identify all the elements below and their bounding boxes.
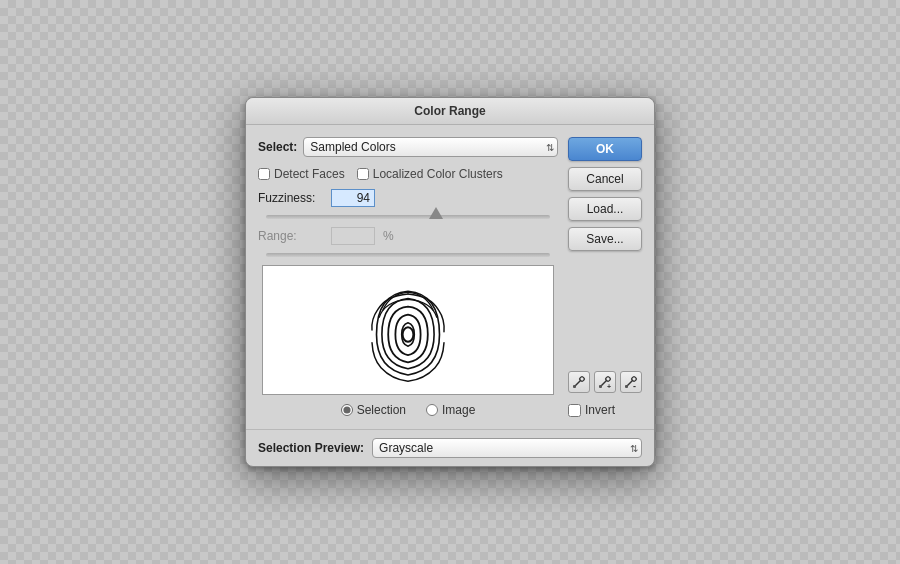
svg-point-0 [403, 327, 414, 341]
select-dropdown[interactable]: Sampled Colors Reds Yellows Greens Cyans… [303, 137, 558, 157]
select-wrapper: Sampled Colors Reds Yellows Greens Cyans… [303, 137, 558, 157]
fuzziness-input[interactable] [331, 189, 375, 207]
bottom-bar: Selection Preview: None Grayscale Black … [246, 429, 654, 466]
preview-area [262, 265, 554, 395]
select-row: Select: Sampled Colors Reds Yellows Gree… [258, 137, 558, 157]
range-label: Range: [258, 229, 323, 243]
save-button[interactable]: Save... [568, 227, 642, 251]
localized-label: Localized Color Clusters [373, 167, 503, 181]
fingerprint-image [363, 275, 453, 385]
eyedropper-subtract-icon: - [624, 375, 638, 389]
svg-rect-6 [599, 385, 602, 388]
radio-image-label: Image [442, 403, 475, 417]
invert-row: Invert [568, 403, 642, 417]
radio-selection-item: Selection [341, 403, 406, 417]
fuzziness-slider-track [266, 215, 550, 219]
svg-rect-10 [625, 385, 628, 388]
svg-line-1 [575, 380, 581, 386]
range-row: Range: % [258, 227, 558, 245]
detect-faces-label: Detect Faces [274, 167, 345, 181]
detect-faces-checkbox[interactable] [258, 168, 270, 180]
range-slider-container [258, 253, 558, 257]
fuzziness-slider-container [258, 215, 558, 219]
radio-selection[interactable] [341, 404, 353, 416]
select-label: Select: [258, 140, 297, 154]
cancel-button[interactable]: Cancel [568, 167, 642, 191]
preview-select-wrapper: None Grayscale Black Matte White Matte Q… [372, 438, 642, 458]
svg-text:-: - [633, 381, 636, 389]
eyedropper-button[interactable] [568, 371, 590, 393]
invert-checkbox[interactable] [568, 404, 581, 417]
range-slider-track [266, 253, 550, 257]
eyedropper-add-button[interactable]: + [594, 371, 616, 393]
radio-row: Selection Image [258, 403, 558, 417]
eyedropper-row: + - [568, 371, 642, 393]
localized-item: Localized Color Clusters [357, 167, 503, 181]
fuzziness-row: Fuzziness: [258, 189, 558, 207]
invert-label: Invert [585, 403, 615, 417]
localized-checkbox[interactable] [357, 168, 369, 180]
eyedropper-add-icon: + [598, 375, 612, 389]
svg-text:+: + [607, 383, 611, 389]
dialog-body: Select: Sampled Colors Reds Yellows Gree… [246, 125, 654, 429]
svg-rect-3 [573, 385, 576, 388]
dialog-title: Color Range [246, 98, 654, 125]
ok-button[interactable]: OK [568, 137, 642, 161]
fuzziness-slider-thumb[interactable] [429, 207, 443, 219]
selection-preview-label: Selection Preview: [258, 441, 364, 455]
radio-image-item: Image [426, 403, 475, 417]
radio-image[interactable] [426, 404, 438, 416]
selection-preview-dropdown[interactable]: None Grayscale Black Matte White Matte Q… [372, 438, 642, 458]
load-button[interactable]: Load... [568, 197, 642, 221]
detect-faces-item: Detect Faces [258, 167, 345, 181]
radio-selection-label: Selection [357, 403, 406, 417]
eyedropper-icon [572, 375, 586, 389]
color-range-dialog: Color Range Select: Sampled Colors Reds … [245, 97, 655, 467]
eyedropper-subtract-button[interactable]: - [620, 371, 642, 393]
left-panel: Select: Sampled Colors Reds Yellows Gree… [258, 137, 558, 417]
checkboxes-row: Detect Faces Localized Color Clusters [258, 167, 558, 181]
right-panel: OK Cancel Load... Save... [568, 137, 642, 417]
range-input[interactable] [331, 227, 375, 245]
range-percent: % [383, 229, 394, 243]
fuzziness-label: Fuzziness: [258, 191, 323, 205]
